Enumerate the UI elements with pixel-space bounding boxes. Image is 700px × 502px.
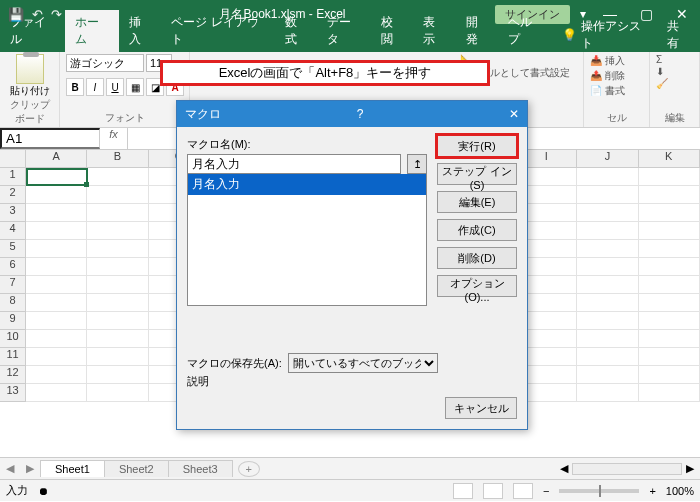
cell[interactable]: [87, 330, 148, 348]
zoom-out-icon[interactable]: −: [543, 485, 549, 497]
cell-delete[interactable]: 📤 削除: [590, 69, 625, 83]
cell[interactable]: [639, 276, 700, 294]
tab-data[interactable]: データ: [317, 10, 371, 52]
share-button[interactable]: 共有: [657, 18, 700, 52]
border-button[interactable]: ▦: [126, 78, 144, 96]
col-header[interactable]: B: [87, 150, 148, 167]
tab-insert[interactable]: 挿入: [119, 10, 162, 52]
cell[interactable]: [87, 366, 148, 384]
cell[interactable]: [87, 384, 148, 402]
cell[interactable]: [87, 348, 148, 366]
row-header[interactable]: 3: [0, 204, 26, 222]
step-in-button[interactable]: ステップ イン(S): [437, 163, 517, 185]
font-name-input[interactable]: [66, 54, 144, 72]
options-button[interactable]: オプション(O)...: [437, 275, 517, 297]
cell[interactable]: [577, 186, 638, 204]
cell[interactable]: [639, 222, 700, 240]
redo-icon[interactable]: ↷: [51, 7, 62, 22]
col-header[interactable]: K: [639, 150, 700, 167]
cell-insert[interactable]: 📥 挿入: [590, 54, 625, 68]
hscroll-right-icon[interactable]: ▶: [686, 462, 694, 475]
cell[interactable]: [639, 294, 700, 312]
cell[interactable]: [577, 330, 638, 348]
cell[interactable]: [26, 294, 87, 312]
dialog-help-icon[interactable]: ?: [357, 107, 364, 121]
fill-icon[interactable]: ⬇: [656, 66, 668, 77]
cell[interactable]: [639, 312, 700, 330]
cell[interactable]: [26, 168, 87, 186]
row-header[interactable]: 13: [0, 384, 26, 402]
macro-record-icon[interactable]: ⏺: [38, 485, 49, 497]
cell[interactable]: [87, 222, 148, 240]
view-normal-icon[interactable]: [453, 483, 473, 499]
macro-list-item[interactable]: 月名入力: [188, 174, 426, 195]
cell[interactable]: [577, 294, 638, 312]
select-all-corner[interactable]: [0, 150, 26, 168]
tab-view[interactable]: 表示: [413, 10, 456, 52]
save-icon[interactable]: 💾: [8, 7, 24, 22]
cell[interactable]: [26, 348, 87, 366]
hscroll-track[interactable]: [572, 463, 682, 475]
italic-button[interactable]: I: [86, 78, 104, 96]
cell[interactable]: [577, 240, 638, 258]
cell-format[interactable]: 📄 書式: [590, 84, 625, 98]
tab-review[interactable]: 校閲: [371, 10, 414, 52]
cell[interactable]: [639, 384, 700, 402]
tab-developer[interactable]: 開発: [456, 10, 499, 52]
cell[interactable]: [26, 366, 87, 384]
cell[interactable]: [26, 222, 87, 240]
view-break-icon[interactable]: [513, 483, 533, 499]
tab-pagelayout[interactable]: ページ レイアウト: [161, 10, 274, 52]
cell[interactable]: [577, 366, 638, 384]
dialog-titlebar[interactable]: マクロ ? ✕: [177, 101, 527, 127]
cell[interactable]: [87, 204, 148, 222]
row-header[interactable]: 12: [0, 366, 26, 384]
cell[interactable]: [87, 240, 148, 258]
undo-icon[interactable]: ↶: [32, 7, 43, 22]
create-button[interactable]: 作成(C): [437, 219, 517, 241]
tab-home[interactable]: ホーム: [65, 10, 119, 52]
cell[interactable]: [26, 384, 87, 402]
sheet-nav-prev-icon[interactable]: ◀: [0, 462, 20, 475]
tab-help[interactable]: ヘルプ: [498, 10, 552, 52]
sheet-tab-1[interactable]: Sheet1: [40, 460, 105, 477]
zoom-in-icon[interactable]: +: [649, 485, 655, 497]
paste-button[interactable]: 貼り付け: [10, 54, 50, 98]
macro-name-input[interactable]: [187, 154, 401, 174]
cell[interactable]: [639, 366, 700, 384]
fx-icon[interactable]: fx: [100, 128, 128, 149]
cell[interactable]: [639, 258, 700, 276]
cell[interactable]: [26, 330, 87, 348]
col-header[interactable]: A: [26, 150, 87, 167]
macro-save-select[interactable]: 開いているすべてのブック: [288, 353, 438, 373]
sheet-nav-next-icon[interactable]: ▶: [20, 462, 40, 475]
delete-button[interactable]: 削除(D): [437, 247, 517, 269]
cell[interactable]: [577, 258, 638, 276]
row-header[interactable]: 6: [0, 258, 26, 276]
cell[interactable]: [577, 348, 638, 366]
hscroll-left-icon[interactable]: ◀: [560, 462, 568, 475]
cell[interactable]: [26, 204, 87, 222]
cell[interactable]: [87, 312, 148, 330]
cell[interactable]: [577, 204, 638, 222]
cell[interactable]: [577, 222, 638, 240]
cell[interactable]: [87, 186, 148, 204]
cell[interactable]: [87, 258, 148, 276]
row-header[interactable]: 1: [0, 168, 26, 186]
row-header[interactable]: 7: [0, 276, 26, 294]
clear-icon[interactable]: 🧹: [656, 78, 668, 89]
sheet-tab-2[interactable]: Sheet2: [104, 460, 169, 477]
cell[interactable]: [26, 186, 87, 204]
cell[interactable]: [639, 204, 700, 222]
cell[interactable]: [26, 240, 87, 258]
cell[interactable]: [639, 330, 700, 348]
cell[interactable]: [639, 240, 700, 258]
autosum-icon[interactable]: Σ: [656, 54, 668, 65]
macro-name-go-icon[interactable]: ↥: [407, 154, 427, 174]
row-header[interactable]: 2: [0, 186, 26, 204]
cell[interactable]: [639, 168, 700, 186]
row-header[interactable]: 10: [0, 330, 26, 348]
name-box[interactable]: [0, 128, 100, 149]
row-header[interactable]: 8: [0, 294, 26, 312]
cell[interactable]: [26, 258, 87, 276]
